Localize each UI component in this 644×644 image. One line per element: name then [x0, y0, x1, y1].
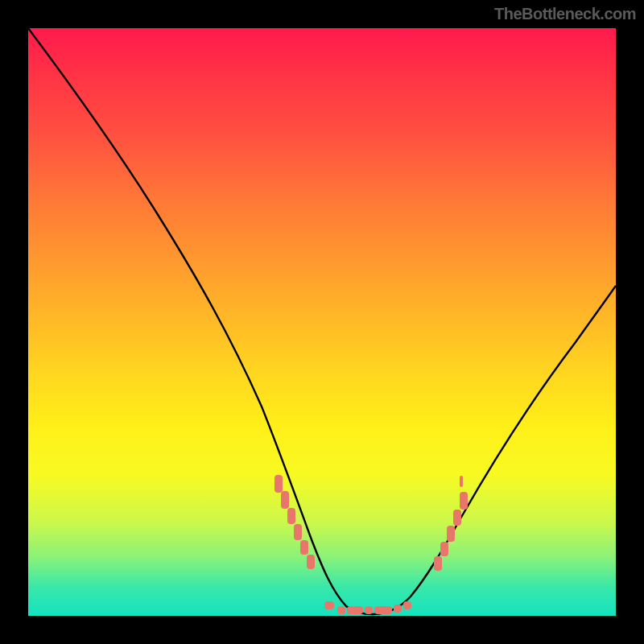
bottleneck-curve: [28, 28, 616, 616]
svg-rect-14: [440, 542, 448, 556]
svg-rect-10: [374, 606, 392, 614]
plot-area: [28, 28, 616, 616]
svg-rect-11: [394, 605, 402, 613]
svg-rect-9: [365, 606, 373, 614]
svg-rect-16: [453, 510, 461, 526]
svg-rect-6: [324, 601, 334, 609]
svg-rect-17: [460, 492, 468, 510]
watermark-text: TheBottleneck.com: [494, 5, 636, 23]
marker-cluster-left: [275, 475, 315, 569]
marker-cluster-right: [434, 476, 468, 571]
svg-rect-8: [347, 606, 363, 614]
svg-rect-5: [307, 555, 315, 569]
curve-path: [28, 28, 616, 614]
marker-cluster-bottom: [324, 601, 411, 614]
svg-rect-13: [434, 556, 442, 571]
svg-rect-12: [403, 601, 411, 609]
svg-rect-3: [294, 524, 302, 540]
svg-rect-4: [300, 540, 308, 555]
svg-rect-18: [460, 476, 463, 487]
chart-frame: TheBottleneck.com: [0, 0, 644, 644]
svg-rect-1: [281, 491, 289, 509]
svg-rect-15: [447, 526, 455, 542]
svg-rect-7: [337, 606, 345, 614]
svg-rect-2: [287, 508, 295, 524]
svg-rect-0: [275, 475, 283, 493]
